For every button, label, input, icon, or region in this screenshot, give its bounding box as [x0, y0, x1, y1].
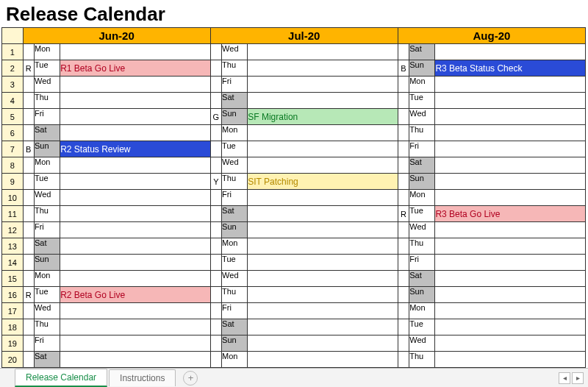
- day-tag[interactable]: [23, 109, 34, 125]
- event-cell[interactable]: [60, 255, 211, 271]
- event-cell[interactable]: [435, 255, 586, 271]
- event-cell[interactable]: [248, 93, 398, 109]
- day-of-week[interactable]: Fri: [34, 222, 60, 238]
- day-of-week[interactable]: Thu: [34, 93, 60, 109]
- day-tag[interactable]: [398, 190, 409, 206]
- event-cell[interactable]: [60, 77, 211, 93]
- day-of-week[interactable]: Mon: [222, 125, 248, 141]
- event-cell[interactable]: [248, 255, 398, 271]
- day-of-week[interactable]: Wed: [34, 303, 60, 319]
- day-of-week[interactable]: Mon: [222, 238, 248, 255]
- day-of-week[interactable]: Wed: [222, 157, 248, 174]
- event-cell[interactable]: [248, 271, 398, 287]
- day-of-week[interactable]: Tue: [409, 93, 435, 109]
- day-tag[interactable]: [23, 44, 34, 60]
- day-tag[interactable]: [398, 319, 409, 335]
- day-of-week[interactable]: Mon: [409, 77, 435, 93]
- event-cell[interactable]: R3 Beta Status Check: [435, 60, 586, 77]
- event-cell[interactable]: R1 Beta Go Live: [60, 60, 211, 77]
- day-tag[interactable]: G: [210, 109, 221, 125]
- event-cell[interactable]: SF Migration: [248, 109, 398, 125]
- event-cell[interactable]: [248, 303, 398, 319]
- day-tag[interactable]: R: [398, 206, 409, 222]
- day-of-week[interactable]: Tue: [409, 319, 435, 335]
- day-tag[interactable]: [210, 44, 221, 60]
- day-tag[interactable]: [23, 190, 34, 206]
- day-of-week[interactable]: Wed: [34, 77, 60, 93]
- day-of-week[interactable]: Tue: [222, 141, 248, 157]
- event-cell[interactable]: R2 Beta Go Live: [60, 287, 211, 303]
- event-cell[interactable]: [60, 319, 211, 335]
- day-of-week[interactable]: Fri: [409, 141, 435, 157]
- add-sheet-button[interactable]: +: [183, 371, 198, 386]
- event-cell[interactable]: [60, 190, 211, 206]
- event-cell[interactable]: [60, 174, 211, 190]
- day-of-week[interactable]: Fri: [222, 303, 248, 319]
- day-tag[interactable]: [210, 335, 221, 352]
- event-cell[interactable]: [60, 222, 211, 238]
- day-tag[interactable]: [210, 352, 221, 368]
- day-of-week[interactable]: Sat: [409, 271, 435, 287]
- day-tag[interactable]: [23, 206, 34, 222]
- day-of-week[interactable]: Tue: [34, 287, 60, 303]
- event-cell[interactable]: [248, 157, 398, 174]
- day-tag[interactable]: [23, 335, 34, 352]
- tab-scroll-right-icon[interactable]: ▸: [572, 372, 584, 384]
- day-tag[interactable]: [210, 255, 221, 271]
- day-of-week[interactable]: Sat: [34, 352, 60, 368]
- day-of-week[interactable]: Mon: [409, 190, 435, 206]
- day-of-week[interactable]: Sat: [222, 319, 248, 335]
- day-of-week[interactable]: Thu: [222, 174, 248, 190]
- day-tag[interactable]: [210, 77, 221, 93]
- event-cell[interactable]: [248, 319, 398, 335]
- event-cell[interactable]: [435, 44, 586, 60]
- event-cell[interactable]: [435, 93, 586, 109]
- event-cell[interactable]: [248, 206, 398, 222]
- day-of-week[interactable]: Mon: [34, 271, 60, 287]
- day-tag[interactable]: [398, 174, 409, 190]
- day-tag[interactable]: [23, 222, 34, 238]
- day-tag[interactable]: [210, 238, 221, 255]
- event-cell[interactable]: [435, 287, 586, 303]
- day-of-week[interactable]: Wed: [409, 109, 435, 125]
- day-of-week[interactable]: Thu: [222, 60, 248, 77]
- day-of-week[interactable]: Tue: [34, 174, 60, 190]
- day-of-week[interactable]: Thu: [409, 352, 435, 368]
- day-tag[interactable]: B: [398, 60, 409, 77]
- day-tag[interactable]: [398, 335, 409, 352]
- event-cell[interactable]: [248, 190, 398, 206]
- day-tag[interactable]: [398, 125, 409, 141]
- day-tag[interactable]: [23, 125, 34, 141]
- event-cell[interactable]: [435, 303, 586, 319]
- day-of-week[interactable]: Thu: [34, 206, 60, 222]
- day-tag[interactable]: [23, 174, 34, 190]
- day-of-week[interactable]: Sat: [34, 125, 60, 141]
- day-of-week[interactable]: Sun: [409, 60, 435, 77]
- day-of-week[interactable]: Sat: [409, 44, 435, 60]
- event-cell[interactable]: [248, 335, 398, 352]
- event-cell[interactable]: [435, 174, 586, 190]
- event-cell[interactable]: [435, 125, 586, 141]
- day-tag[interactable]: [23, 255, 34, 271]
- day-tag[interactable]: [398, 157, 409, 174]
- event-cell[interactable]: [60, 157, 211, 174]
- day-of-week[interactable]: Mon: [222, 352, 248, 368]
- day-tag[interactable]: [398, 303, 409, 319]
- day-of-week[interactable]: Sat: [409, 157, 435, 174]
- day-of-week[interactable]: Tue: [34, 60, 60, 77]
- day-tag[interactable]: [210, 287, 221, 303]
- day-of-week[interactable]: Fri: [222, 77, 248, 93]
- day-of-week[interactable]: Tue: [409, 206, 435, 222]
- day-tag[interactable]: [23, 157, 34, 174]
- tab-release-calendar[interactable]: Release Calendar: [15, 369, 107, 387]
- day-tag[interactable]: [210, 206, 221, 222]
- event-cell[interactable]: [248, 238, 398, 255]
- event-cell[interactable]: R2 Status Review: [60, 141, 211, 157]
- day-tag[interactable]: [23, 77, 34, 93]
- day-of-week[interactable]: Wed: [409, 222, 435, 238]
- day-of-week[interactable]: Tue: [222, 255, 248, 271]
- day-of-week[interactable]: Sun: [222, 109, 248, 125]
- day-of-week[interactable]: Fri: [409, 255, 435, 271]
- day-of-week[interactable]: Mon: [34, 157, 60, 174]
- day-tag[interactable]: [398, 77, 409, 93]
